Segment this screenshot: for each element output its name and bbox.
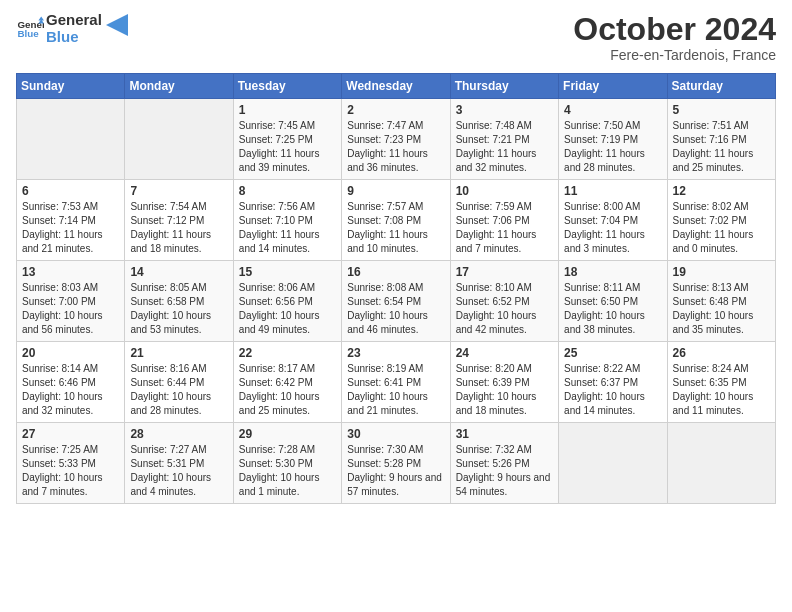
day-info: Sunrise: 8:05 AM Sunset: 6:58 PM Dayligh… [130,281,227,337]
calendar-cell: 17Sunrise: 8:10 AM Sunset: 6:52 PM Dayli… [450,261,558,342]
day-number: 13 [22,265,119,279]
day-number: 17 [456,265,553,279]
calendar-cell: 13Sunrise: 8:03 AM Sunset: 7:00 PM Dayli… [17,261,125,342]
calendar-cell: 19Sunrise: 8:13 AM Sunset: 6:48 PM Dayli… [667,261,775,342]
calendar-cell: 26Sunrise: 8:24 AM Sunset: 6:35 PM Dayli… [667,342,775,423]
logo-general: General [46,12,102,29]
calendar-cell: 27Sunrise: 7:25 AM Sunset: 5:33 PM Dayli… [17,423,125,504]
day-header-wednesday: Wednesday [342,74,450,99]
calendar-cell: 20Sunrise: 8:14 AM Sunset: 6:46 PM Dayli… [17,342,125,423]
calendar-cell: 22Sunrise: 8:17 AM Sunset: 6:42 PM Dayli… [233,342,341,423]
day-number: 18 [564,265,661,279]
day-info: Sunrise: 7:57 AM Sunset: 7:08 PM Dayligh… [347,200,444,256]
day-number: 2 [347,103,444,117]
logo-icon: General Blue [16,15,44,43]
day-number: 31 [456,427,553,441]
calendar-cell: 12Sunrise: 8:02 AM Sunset: 7:02 PM Dayli… [667,180,775,261]
day-info: Sunrise: 8:16 AM Sunset: 6:44 PM Dayligh… [130,362,227,418]
day-info: Sunrise: 7:28 AM Sunset: 5:30 PM Dayligh… [239,443,336,499]
day-info: Sunrise: 7:27 AM Sunset: 5:31 PM Dayligh… [130,443,227,499]
logo-arrow-icon [106,14,128,36]
calendar-cell [125,99,233,180]
calendar-table: SundayMondayTuesdayWednesdayThursdayFrid… [16,73,776,504]
day-number: 14 [130,265,227,279]
calendar-cell: 29Sunrise: 7:28 AM Sunset: 5:30 PM Dayli… [233,423,341,504]
day-info: Sunrise: 7:56 AM Sunset: 7:10 PM Dayligh… [239,200,336,256]
day-info: Sunrise: 8:06 AM Sunset: 6:56 PM Dayligh… [239,281,336,337]
day-info: Sunrise: 8:13 AM Sunset: 6:48 PM Dayligh… [673,281,770,337]
calendar-cell: 6Sunrise: 7:53 AM Sunset: 7:14 PM Daylig… [17,180,125,261]
calendar-cell: 18Sunrise: 8:11 AM Sunset: 6:50 PM Dayli… [559,261,667,342]
day-number: 1 [239,103,336,117]
day-info: Sunrise: 7:32 AM Sunset: 5:26 PM Dayligh… [456,443,553,499]
day-number: 4 [564,103,661,117]
day-number: 22 [239,346,336,360]
calendar-cell: 3Sunrise: 7:48 AM Sunset: 7:21 PM Daylig… [450,99,558,180]
calendar-cell: 9Sunrise: 7:57 AM Sunset: 7:08 PM Daylig… [342,180,450,261]
calendar-cell: 16Sunrise: 8:08 AM Sunset: 6:54 PM Dayli… [342,261,450,342]
day-number: 7 [130,184,227,198]
title-block: October 2024 Fere-en-Tardenois, France [573,12,776,63]
day-header-thursday: Thursday [450,74,558,99]
day-info: Sunrise: 7:25 AM Sunset: 5:33 PM Dayligh… [22,443,119,499]
day-number: 27 [22,427,119,441]
calendar-cell: 1Sunrise: 7:45 AM Sunset: 7:25 PM Daylig… [233,99,341,180]
calendar-cell: 15Sunrise: 8:06 AM Sunset: 6:56 PM Dayli… [233,261,341,342]
month-title: October 2024 [573,12,776,47]
day-info: Sunrise: 8:11 AM Sunset: 6:50 PM Dayligh… [564,281,661,337]
day-info: Sunrise: 8:08 AM Sunset: 6:54 PM Dayligh… [347,281,444,337]
day-info: Sunrise: 8:20 AM Sunset: 6:39 PM Dayligh… [456,362,553,418]
calendar-cell: 23Sunrise: 8:19 AM Sunset: 6:41 PM Dayli… [342,342,450,423]
calendar-cell: 28Sunrise: 7:27 AM Sunset: 5:31 PM Dayli… [125,423,233,504]
calendar-cell: 2Sunrise: 7:47 AM Sunset: 7:23 PM Daylig… [342,99,450,180]
calendar-cell: 31Sunrise: 7:32 AM Sunset: 5:26 PM Dayli… [450,423,558,504]
week-row-1: 1Sunrise: 7:45 AM Sunset: 7:25 PM Daylig… [17,99,776,180]
day-number: 30 [347,427,444,441]
calendar-cell: 10Sunrise: 7:59 AM Sunset: 7:06 PM Dayli… [450,180,558,261]
day-info: Sunrise: 7:48 AM Sunset: 7:21 PM Dayligh… [456,119,553,175]
calendar-cell: 8Sunrise: 7:56 AM Sunset: 7:10 PM Daylig… [233,180,341,261]
day-info: Sunrise: 7:51 AM Sunset: 7:16 PM Dayligh… [673,119,770,175]
calendar-cell [667,423,775,504]
day-number: 3 [456,103,553,117]
calendar-cell: 7Sunrise: 7:54 AM Sunset: 7:12 PM Daylig… [125,180,233,261]
week-row-2: 6Sunrise: 7:53 AM Sunset: 7:14 PM Daylig… [17,180,776,261]
svg-marker-4 [106,14,128,36]
week-row-5: 27Sunrise: 7:25 AM Sunset: 5:33 PM Dayli… [17,423,776,504]
day-info: Sunrise: 7:47 AM Sunset: 7:23 PM Dayligh… [347,119,444,175]
day-number: 9 [347,184,444,198]
day-info: Sunrise: 8:03 AM Sunset: 7:00 PM Dayligh… [22,281,119,337]
day-info: Sunrise: 7:54 AM Sunset: 7:12 PM Dayligh… [130,200,227,256]
day-number: 24 [456,346,553,360]
day-number: 19 [673,265,770,279]
day-info: Sunrise: 8:02 AM Sunset: 7:02 PM Dayligh… [673,200,770,256]
day-info: Sunrise: 8:10 AM Sunset: 6:52 PM Dayligh… [456,281,553,337]
day-info: Sunrise: 8:22 AM Sunset: 6:37 PM Dayligh… [564,362,661,418]
day-number: 23 [347,346,444,360]
day-number: 28 [130,427,227,441]
day-number: 6 [22,184,119,198]
calendar-cell: 11Sunrise: 8:00 AM Sunset: 7:04 PM Dayli… [559,180,667,261]
day-info: Sunrise: 8:24 AM Sunset: 6:35 PM Dayligh… [673,362,770,418]
calendar-cell [559,423,667,504]
calendar-cell: 21Sunrise: 8:16 AM Sunset: 6:44 PM Dayli… [125,342,233,423]
svg-text:Blue: Blue [17,28,39,39]
calendar-cell [17,99,125,180]
day-info: Sunrise: 8:00 AM Sunset: 7:04 PM Dayligh… [564,200,661,256]
day-header-monday: Monday [125,74,233,99]
day-info: Sunrise: 8:19 AM Sunset: 6:41 PM Dayligh… [347,362,444,418]
day-number: 26 [673,346,770,360]
day-header-sunday: Sunday [17,74,125,99]
day-number: 5 [673,103,770,117]
calendar-cell: 14Sunrise: 8:05 AM Sunset: 6:58 PM Dayli… [125,261,233,342]
calendar-cell: 25Sunrise: 8:22 AM Sunset: 6:37 PM Dayli… [559,342,667,423]
day-header-tuesday: Tuesday [233,74,341,99]
day-info: Sunrise: 7:53 AM Sunset: 7:14 PM Dayligh… [22,200,119,256]
day-number: 20 [22,346,119,360]
day-number: 15 [239,265,336,279]
header-row: SundayMondayTuesdayWednesdayThursdayFrid… [17,74,776,99]
day-number: 12 [673,184,770,198]
day-header-saturday: Saturday [667,74,775,99]
header: General Blue General Blue October 2024 F… [16,12,776,63]
day-info: Sunrise: 7:30 AM Sunset: 5:28 PM Dayligh… [347,443,444,499]
